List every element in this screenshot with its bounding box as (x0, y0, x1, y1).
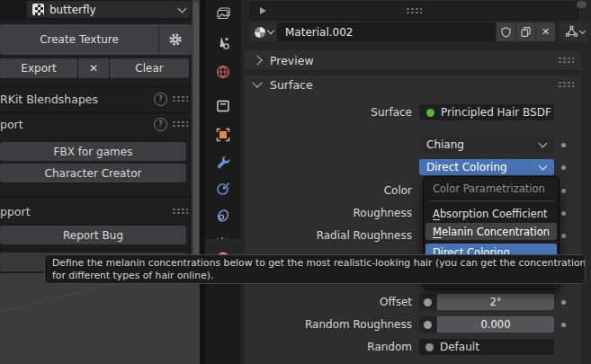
panel-header-label: pport (0, 205, 172, 218)
decorator-dot[interactable] (561, 300, 566, 305)
help-icon[interactable]: ? (154, 118, 167, 131)
tab-physics[interactable] (205, 177, 241, 200)
decorator-dot[interactable] (561, 323, 566, 327)
tab-object[interactable] (205, 123, 241, 146)
shield-icon (500, 26, 512, 39)
decorator-dot[interactable] (561, 211, 566, 216)
chevron-down-icon (252, 77, 262, 87)
object-icon (215, 127, 231, 143)
row-label: Roughness (245, 205, 412, 221)
tab-collection[interactable] (205, 94, 241, 118)
chevron-down-icon (539, 162, 548, 171)
offset-slider[interactable]: 2° (437, 294, 554, 310)
help-icon[interactable]: ? (154, 93, 167, 106)
drag-grip-icon[interactable] (172, 95, 188, 102)
material-name-field[interactable]: Material.002 (277, 22, 496, 41)
row-label: Color (245, 182, 412, 199)
row-label: Random (245, 339, 412, 355)
drag-grip-icon[interactable] (558, 57, 574, 64)
preview-panel-header[interactable]: Preview (245, 50, 581, 71)
tab-view-layer[interactable] (205, 3, 241, 26)
scene-icon (215, 35, 231, 51)
chevron-down-icon (266, 27, 273, 34)
panel-header-label: RKit Blendshapes (0, 93, 154, 106)
row-label: Radial Roughness (245, 227, 412, 244)
tab-world[interactable] (205, 60, 241, 84)
drag-grip-icon[interactable] (406, 7, 422, 14)
duplicate-material-button[interactable] (515, 22, 535, 41)
link-material-menu-button[interactable] (560, 22, 589, 41)
input-socket-toggle[interactable] (419, 294, 436, 310)
material-datablock-row: Material.002 ✕ (250, 22, 589, 41)
constraints-icon (215, 208, 231, 224)
row-label: Surface (245, 104, 412, 120)
tab-modifiers[interactable] (205, 150, 241, 173)
material-sphere-icon (255, 27, 265, 38)
drag-grip-icon[interactable] (172, 120, 188, 128)
decorator-dot[interactable] (561, 165, 566, 170)
menu-item-melanin-concentration[interactable]: Melanin Concentration (425, 223, 557, 240)
panel-header-support[interactable]: pport (0, 201, 192, 221)
browse-material-button[interactable] (250, 22, 277, 41)
divider (0, 249, 192, 250)
chevron-down-icon (539, 139, 548, 148)
decorator-dot[interactable] (561, 234, 566, 238)
character-creator-button[interactable]: Character Creator (0, 164, 186, 182)
menu-header: Color Parametrization (433, 182, 545, 195)
wrench-icon (215, 154, 231, 170)
collapsed-panel[interactable] (250, 2, 578, 20)
create-texture-settings-button[interactable] (159, 24, 192, 55)
node-material-icon (565, 25, 578, 39)
divider (0, 86, 192, 87)
sidebar-scrollbar[interactable] (193, 2, 199, 270)
fbx-for-games-button[interactable]: FBX for games (0, 142, 186, 161)
gear-icon (168, 32, 183, 47)
drag-grip-icon[interactable] (558, 81, 574, 88)
viewport-grid-line (0, 282, 119, 313)
value-socket-icon (425, 343, 434, 351)
unlink-material-button[interactable]: ✕ (535, 22, 555, 41)
melanin-tooltip: Define the melanin concentrations below … (44, 254, 586, 284)
panel-header-blendshapes[interactable]: RKit Blendshapes ? (0, 89, 192, 109)
tab-constraints[interactable] (205, 204, 241, 227)
physics-icon (215, 181, 231, 197)
input-socket-toggle[interactable] (419, 316, 436, 333)
menu-item-absorption-coefficient[interactable]: Absorption Coefficient (425, 205, 557, 222)
panel-title: Surface (270, 78, 313, 92)
divider (0, 197, 192, 198)
decorator-dot[interactable] (561, 143, 566, 147)
dropdown-value: Direct Coloring (426, 161, 507, 173)
clear-button[interactable]: Clear (110, 58, 189, 78)
random-input-button[interactable]: Default (419, 339, 554, 355)
drag-grip-icon[interactable] (172, 208, 188, 215)
collection-box-icon (215, 98, 231, 114)
tab-scene[interactable] (205, 31, 241, 55)
tooltip-line-2: for different types of hair online). (52, 270, 578, 282)
export-button[interactable]: Export (0, 58, 77, 78)
export-close-button[interactable]: ✕ (78, 58, 109, 78)
hair-model-dropdown[interactable]: Chiang (419, 137, 554, 153)
texture-checker-icon (32, 4, 44, 15)
fake-user-shield-button[interactable] (496, 22, 515, 41)
properties-scrollbar-thumb[interactable] (577, 1, 587, 8)
texture-select-dropdown[interactable]: butterfly (27, 1, 191, 18)
viewport-sidebar-panel: butterfly Create Texture Export ✕ Clear … (0, 0, 192, 273)
blender-window: butterfly Create Texture Export ✕ Clear … (0, 0, 591, 364)
chevron-down-icon (178, 4, 187, 13)
properties-tab-bar (205, 0, 241, 364)
shader-socket-icon (426, 109, 434, 117)
world-icon (215, 64, 231, 80)
panel-title: Preview (270, 54, 314, 67)
random-roughness-slider[interactable]: 0.000 (437, 316, 554, 333)
properties-editor: Material.002 ✕ (205, 0, 591, 364)
report-bug-button[interactable]: Report Bug (0, 226, 186, 244)
color-parametrization-dropdown-open[interactable]: Direct Coloring (419, 159, 554, 175)
chevron-down-icon (578, 27, 585, 33)
decorator-dot[interactable] (561, 189, 566, 193)
surface-panel-header[interactable]: Surface (245, 75, 581, 93)
row-label: Offset (245, 294, 412, 310)
surface-shader-button[interactable]: Principled Hair BSDF (419, 104, 554, 120)
panel-header-port[interactable]: port ? (0, 114, 192, 134)
properties-main-region: Material.002 ✕ (241, 0, 591, 364)
create-texture-button[interactable]: Create Texture (0, 24, 159, 55)
